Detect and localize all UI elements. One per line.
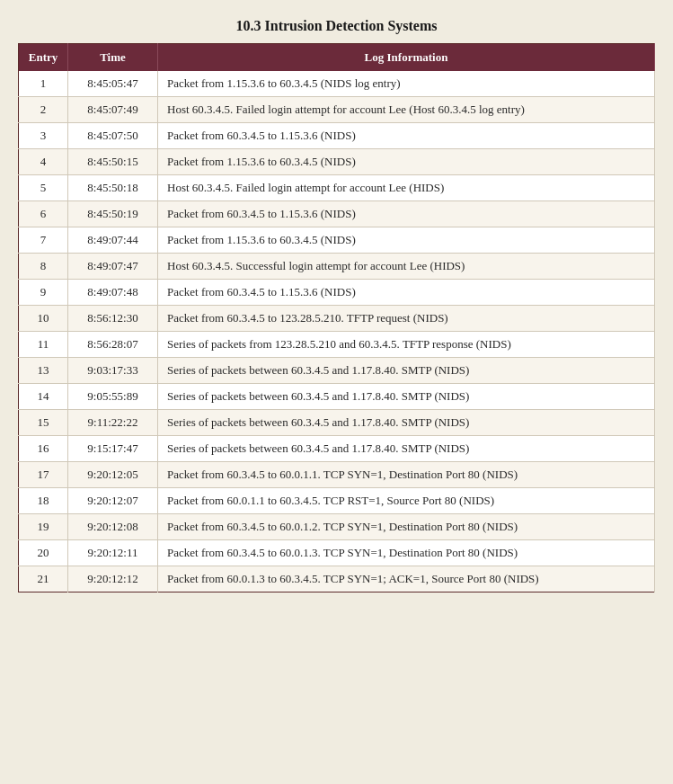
table-row: 88:49:07:47Host 60.3.4.5. Successful log… <box>19 254 655 280</box>
cell-log: Host 60.3.4.5. Failed login attempt for … <box>158 175 655 201</box>
cell-log: Packet from 60.0.1.3 to 60.3.4.5. TCP SY… <box>158 566 655 592</box>
header-entry: Entry <box>19 44 68 72</box>
table-row: 58:45:50:18Host 60.3.4.5. Failed login a… <box>19 175 655 201</box>
page-container: 10.3 Intrusion Detection Systems Entry T… <box>18 18 655 592</box>
cell-log: Host 60.3.4.5. Successful login attempt … <box>158 254 655 280</box>
cell-log: Series of packets from 123.28.5.210 and … <box>158 332 655 358</box>
cell-log: Packet from 60.3.4.5 to 1.15.3.6 (NIDS) <box>158 280 655 306</box>
table-row: 209:20:12:11Packet from 60.3.4.5 to 60.0… <box>19 540 655 566</box>
table-row: 189:20:12:07Packet from 60.0.1.1 to 60.3… <box>19 488 655 514</box>
cell-entry: 9 <box>19 280 68 306</box>
cell-time: 8:45:07:49 <box>68 97 158 123</box>
cell-entry: 11 <box>19 332 68 358</box>
table-row: 78:49:07:44Packet from 1.15.3.6 to 60.3.… <box>19 227 655 254</box>
cell-time: 9:20:12:12 <box>68 566 158 592</box>
cell-time: 9:03:17:33 <box>68 358 158 384</box>
cell-time: 8:45:07:50 <box>68 123 158 149</box>
cell-time: 8:45:05:47 <box>68 71 158 97</box>
main-title: 10.3 Intrusion Detection Systems <box>18 18 655 34</box>
cell-entry: 3 <box>19 123 68 149</box>
cell-log: Series of packets between 60.3.4.5 and 1… <box>158 358 655 384</box>
cell-entry: 8 <box>19 254 68 280</box>
cell-entry: 13 <box>19 358 68 384</box>
cell-log: Packet from 1.15.3.6 to 60.3.4.5 (NIDS l… <box>158 71 655 97</box>
table-header-row: Entry Time Log Information <box>19 44 655 72</box>
table-row: 48:45:50:15Packet from 1.15.3.6 to 60.3.… <box>19 149 655 175</box>
cell-log: Series of packets between 60.3.4.5 and 1… <box>158 436 655 462</box>
cell-log: Packet from 60.0.1.1 to 60.3.4.5. TCP RS… <box>158 488 655 514</box>
cell-time: 9:20:12:11 <box>68 540 158 566</box>
table-row: 98:49:07:48Packet from 60.3.4.5 to 1.15.… <box>19 280 655 306</box>
cell-time: 8:45:50:15 <box>68 149 158 175</box>
cell-log: Packet from 60.3.4.5 to 60.0.1.3. TCP SY… <box>158 540 655 566</box>
cell-time: 8:56:28:07 <box>68 332 158 358</box>
cell-time: 9:20:12:08 <box>68 514 158 540</box>
cell-entry: 6 <box>19 201 68 227</box>
log-table: Entry Time Log Information 18:45:05:47Pa… <box>18 43 655 592</box>
cell-entry: 21 <box>19 566 68 592</box>
header-log: Log Information <box>158 44 655 72</box>
table-row: 38:45:07:50Packet from 60.3.4.5 to 1.15.… <box>19 123 655 149</box>
cell-log: Host 60.3.4.5. Failed login attempt for … <box>158 97 655 123</box>
cell-time: 9:20:12:05 <box>68 462 158 488</box>
cell-log: Series of packets between 60.3.4.5 and 1… <box>158 384 655 410</box>
cell-time: 8:49:07:48 <box>68 280 158 306</box>
cell-time: 8:49:07:47 <box>68 254 158 280</box>
cell-time: 9:20:12:07 <box>68 488 158 514</box>
cell-log: Packet from 60.3.4.5 to 60.0.1.1. TCP SY… <box>158 462 655 488</box>
table-row: 28:45:07:49Host 60.3.4.5. Failed login a… <box>19 97 655 123</box>
cell-log: Packet from 60.3.4.5 to 1.15.3.6 (NIDS) <box>158 123 655 149</box>
cell-entry: 18 <box>19 488 68 514</box>
table-row: 219:20:12:12Packet from 60.0.1.3 to 60.3… <box>19 566 655 592</box>
cell-entry: 16 <box>19 436 68 462</box>
cell-log: Packet from 60.3.4.5 to 60.0.1.2. TCP SY… <box>158 514 655 540</box>
cell-log: Packet from 60.3.4.5 to 1.15.3.6 (NIDS) <box>158 201 655 227</box>
table-row: 199:20:12:08Packet from 60.3.4.5 to 60.0… <box>19 514 655 540</box>
cell-entry: 7 <box>19 227 68 254</box>
cell-entry: 5 <box>19 175 68 201</box>
table-row: 18:45:05:47Packet from 1.15.3.6 to 60.3.… <box>19 71 655 97</box>
cell-entry: 2 <box>19 97 68 123</box>
table-row: 108:56:12:30Packet from 60.3.4.5 to 123.… <box>19 306 655 332</box>
cell-log: Series of packets between 60.3.4.5 and 1… <box>158 410 655 436</box>
cell-time: 8:45:50:18 <box>68 175 158 201</box>
cell-log: Packet from 1.15.3.6 to 60.3.4.5 (NIDS) <box>158 149 655 175</box>
table-row: 149:05:55:89Series of packets between 60… <box>19 384 655 410</box>
cell-entry: 20 <box>19 540 68 566</box>
cell-time: 8:45:50:19 <box>68 201 158 227</box>
cell-time: 8:49:07:44 <box>68 227 158 254</box>
cell-time: 9:11:22:22 <box>68 410 158 436</box>
table-row: 159:11:22:22Series of packets between 60… <box>19 410 655 436</box>
table-row: 118:56:28:07Series of packets from 123.2… <box>19 332 655 358</box>
cell-entry: 14 <box>19 384 68 410</box>
cell-entry: 17 <box>19 462 68 488</box>
table-row: 169:15:17:47Series of packets between 60… <box>19 436 655 462</box>
cell-log: Packet from 1.15.3.6 to 60.3.4.5 (NIDS) <box>158 227 655 254</box>
cell-entry: 10 <box>19 306 68 332</box>
header-time: Time <box>68 44 158 72</box>
cell-log: Packet from 60.3.4.5 to 123.28.5.210. TF… <box>158 306 655 332</box>
table-row: 139:03:17:33Series of packets between 60… <box>19 358 655 384</box>
cell-time: 9:15:17:47 <box>68 436 158 462</box>
cell-time: 8:56:12:30 <box>68 306 158 332</box>
table-row: 68:45:50:19Packet from 60.3.4.5 to 1.15.… <box>19 201 655 227</box>
table-row: 179:20:12:05Packet from 60.3.4.5 to 60.0… <box>19 462 655 488</box>
cell-entry: 19 <box>19 514 68 540</box>
cell-time: 9:05:55:89 <box>68 384 158 410</box>
cell-entry: 15 <box>19 410 68 436</box>
cell-entry: 1 <box>19 71 68 97</box>
cell-entry: 4 <box>19 149 68 175</box>
